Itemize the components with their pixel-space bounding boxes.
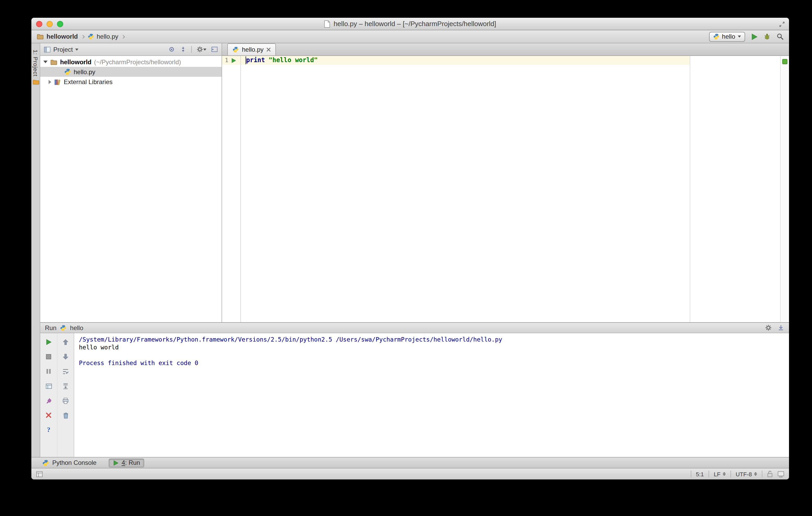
pause-button[interactable] bbox=[45, 367, 53, 375]
panel-settings-button[interactable] bbox=[197, 46, 206, 53]
tab-hello-py[interactable]: hello.py bbox=[227, 43, 276, 55]
collapse-arrow-icon[interactable] bbox=[44, 61, 48, 63]
inspection-status-ok-indicator[interactable] bbox=[782, 59, 787, 64]
tree-row-external-libraries[interactable]: External Libraries bbox=[40, 77, 222, 87]
close-icon[interactable] bbox=[267, 48, 271, 52]
print-button[interactable] bbox=[61, 396, 70, 405]
scroll-to-end-button[interactable] bbox=[61, 382, 70, 390]
encoding-widget[interactable]: UTF-8 bbox=[736, 471, 757, 477]
unlock-icon bbox=[767, 471, 773, 477]
arrow-up-icon bbox=[63, 339, 68, 345]
project-tool-window: Project bbox=[40, 43, 222, 322]
project-tool-window-button[interactable]: 1: Project bbox=[32, 50, 39, 85]
read-only-toggle[interactable] bbox=[767, 471, 773, 477]
line-separator-widget[interactable]: LF bbox=[714, 471, 726, 477]
tree-row-hello-py[interactable]: hello.py bbox=[40, 67, 222, 77]
screen-share-button[interactable] bbox=[778, 471, 784, 477]
editor-area: hello.py 1 bbox=[222, 43, 789, 322]
caret-position-widget[interactable]: 5:1 bbox=[696, 471, 704, 477]
run-icon bbox=[113, 460, 118, 465]
hide-run-panel-button[interactable] bbox=[778, 324, 784, 331]
pin-tab-button[interactable] bbox=[45, 396, 53, 405]
python-icon bbox=[60, 325, 66, 331]
window-title: hello.py – helloworld – [~/PycharmProjec… bbox=[334, 20, 496, 28]
python-icon bbox=[713, 33, 719, 40]
status-bar-widgets: 5:1 LF UTF-8 bbox=[691, 471, 784, 477]
code-text-area[interactable]: print"hello world" bbox=[241, 56, 789, 322]
project-root-path: (~/PycharmProjects/helloworld) bbox=[94, 58, 181, 65]
panel-icon bbox=[44, 46, 51, 53]
run-button[interactable] bbox=[751, 33, 758, 40]
spinner-arrows-icon bbox=[754, 472, 757, 476]
python-file-icon bbox=[233, 47, 239, 53]
project-tree: helloworld (~/PycharmProjects/helloworld… bbox=[40, 56, 222, 322]
hide-panel-icon bbox=[211, 46, 218, 53]
chevron-down-icon bbox=[76, 48, 79, 51]
run-line-marker[interactable] bbox=[231, 58, 236, 63]
restore-layout-button[interactable] bbox=[45, 382, 53, 390]
folder-icon bbox=[36, 33, 44, 40]
close-console-button[interactable] bbox=[45, 411, 53, 419]
desktop-background: hello.py – helloworld – [~/PycharmProjec… bbox=[0, 0, 812, 516]
chevron-right-icon bbox=[121, 35, 125, 38]
rerun-button[interactable] bbox=[45, 338, 53, 346]
spinner-arrows-icon bbox=[723, 472, 726, 476]
minimize-window-button[interactable] bbox=[47, 21, 53, 27]
console-output[interactable]: /System/Library/Frameworks/Python.framew… bbox=[74, 333, 789, 457]
search-everywhere-button[interactable] bbox=[777, 33, 784, 40]
fullscreen-button[interactable] bbox=[779, 21, 785, 28]
toggle-tool-window-bars-button[interactable] bbox=[36, 471, 43, 477]
breadcrumb-item-hello-py[interactable]: hello.py bbox=[88, 33, 118, 40]
console-toolbar-column-2 bbox=[57, 333, 74, 457]
run-panel-header[interactable]: Run hello bbox=[40, 323, 789, 333]
stop-button[interactable] bbox=[45, 353, 53, 361]
clear-all-button[interactable] bbox=[61, 411, 70, 419]
tree-row-project-root[interactable]: helloworld (~/PycharmProjects/helloworld… bbox=[40, 57, 222, 67]
collapse-all-button[interactable] bbox=[180, 46, 186, 53]
title-bar[interactable]: hello.py – helloworld – [~/PycharmProjec… bbox=[31, 18, 789, 30]
gear-icon bbox=[765, 324, 772, 331]
run-tab-label: 4: Run bbox=[121, 459, 140, 466]
expand-arrow-icon[interactable] bbox=[49, 80, 51, 84]
run-panel-body: ? bbox=[40, 333, 789, 457]
chevron-down-icon bbox=[203, 48, 206, 51]
stop-icon bbox=[46, 354, 52, 360]
run-tab-suffix: : Run bbox=[125, 459, 140, 466]
breadcrumb-item-helloworld[interactable]: helloworld bbox=[36, 33, 78, 40]
locate-file-button[interactable] bbox=[168, 46, 175, 53]
python-console-button[interactable]: Python Console bbox=[39, 458, 100, 467]
folder-icon bbox=[50, 58, 57, 65]
python-file-icon bbox=[64, 68, 71, 75]
navbar-right-toolbar: hello bbox=[709, 32, 784, 41]
console-blank-line bbox=[79, 352, 784, 359]
debug-button[interactable] bbox=[763, 33, 771, 40]
status-divider bbox=[708, 471, 709, 477]
project-view-selector[interactable]: Project bbox=[44, 46, 79, 53]
up-stack-trace-button[interactable] bbox=[61, 338, 70, 346]
bug-icon bbox=[763, 33, 771, 40]
tool-window-buttons-bar: Python Console 4: Run bbox=[31, 457, 789, 468]
soft-wrap-button[interactable] bbox=[61, 367, 70, 375]
run-configuration-select[interactable]: hello bbox=[709, 32, 745, 41]
project-panel-header: Project bbox=[40, 43, 222, 56]
main-row: Project bbox=[40, 43, 789, 322]
close-window-button[interactable] bbox=[36, 21, 42, 27]
breadcrumb-label: hello.py bbox=[97, 33, 118, 40]
status-divider bbox=[691, 471, 691, 477]
inspection-stripe[interactable] bbox=[780, 56, 789, 322]
hide-panel-button[interactable] bbox=[211, 46, 218, 53]
code-line-1: print"hello world" bbox=[246, 56, 789, 65]
console-toolbar-column-1: ? bbox=[40, 333, 57, 457]
run-tool-window-button[interactable]: 4: Run bbox=[109, 458, 144, 467]
zoom-window-button[interactable] bbox=[57, 21, 63, 27]
down-stack-trace-button[interactable] bbox=[61, 353, 70, 361]
status-divider bbox=[730, 471, 731, 477]
external-libraries-label: External Libraries bbox=[64, 78, 113, 85]
project-root-label: helloworld bbox=[60, 58, 91, 65]
editor-tab-bar: hello.py bbox=[222, 43, 789, 56]
editor-body[interactable]: 1 print"hello world" bbox=[222, 56, 789, 322]
soft-wrap-icon bbox=[62, 368, 69, 375]
document-icon bbox=[324, 20, 330, 27]
run-panel-settings-button[interactable] bbox=[765, 324, 772, 331]
help-button[interactable]: ? bbox=[45, 426, 53, 434]
